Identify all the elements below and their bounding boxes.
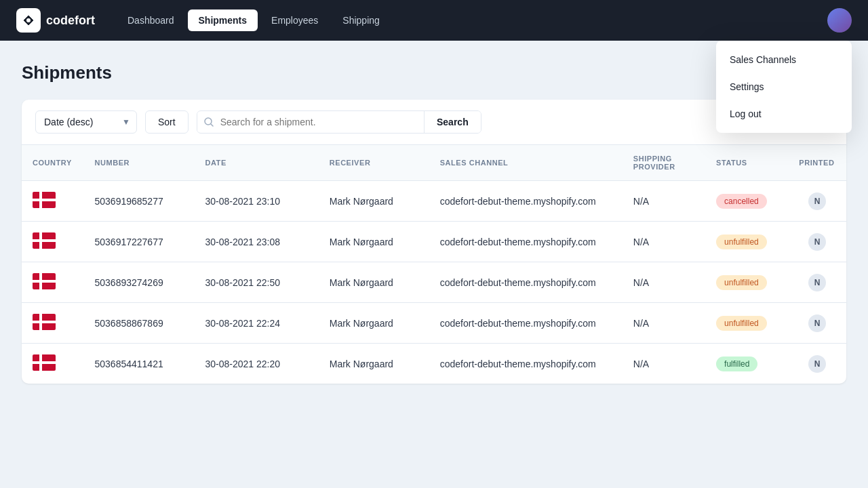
status-badge: cancelled (716, 194, 767, 209)
shipments-table: COUNTRY NUMBER DATE RECEIVER SALES CHANN… (22, 145, 846, 384)
flag-dk-icon (33, 273, 56, 289)
row-0-status: cancelled (705, 181, 788, 222)
col-header-receiver: RECEIVER (319, 145, 429, 181)
search-icon (197, 112, 220, 132)
row-1-receiver: Mark Nørgaard (319, 222, 429, 262)
row-1-country (22, 222, 84, 262)
dropdown-sales-channels[interactable]: Sales Channels (716, 46, 852, 73)
nav-shipments[interactable]: Shipments (188, 9, 258, 31)
sort-button[interactable]: Sort (145, 110, 189, 134)
row-4-shipping-provider: N/A (623, 344, 705, 384)
row-3-number: 5036858867869 (84, 303, 195, 344)
svg-rect-14 (33, 321, 56, 323)
table-row[interactable]: 503691968527730-08-2021 23:10Mark Nørgaa… (22, 181, 846, 222)
shipments-table-container: Date (desc) Date (asc) Number (desc) Num… (22, 100, 846, 384)
row-1-number: 5036917227677 (84, 222, 195, 262)
flag-dk-icon (33, 354, 56, 371)
row-0-number: 5036919685277 (84, 181, 195, 222)
row-1-date: 30-08-2021 23:08 (194, 222, 318, 262)
row-3-date: 30-08-2021 22:24 (194, 303, 318, 344)
dropdown-settings[interactable]: Settings (716, 73, 852, 100)
avatar-image (827, 8, 852, 33)
row-2-sales-channel: codefort-debut-theme.myshopify.com (429, 262, 623, 303)
nav-employees[interactable]: Employees (260, 9, 329, 31)
row-2-date: 30-08-2021 22:50 (194, 262, 318, 303)
svg-rect-5 (33, 199, 56, 201)
row-0-shipping-provider: N/A (623, 181, 705, 222)
row-4-sales-channel: codefort-debut-theme.myshopify.com (429, 344, 623, 384)
status-badge: unfulfilled (716, 235, 767, 249)
row-4-date: 30-08-2021 22:20 (194, 344, 318, 384)
row-2-number: 5036893274269 (84, 262, 195, 303)
navbar: codefort Dashboard Shipments Employees S… (0, 0, 868, 41)
row-0-date: 30-08-2021 23:10 (194, 181, 318, 222)
row-1-printed: N (788, 222, 846, 262)
col-header-number: NUMBER (84, 145, 195, 181)
status-badge: fulfilled (716, 357, 757, 371)
row-2-status: unfulfilled (705, 262, 788, 303)
row-4-status: fulfilled (705, 344, 788, 384)
row-4-country (22, 344, 84, 384)
nav-dashboard[interactable]: Dashboard (117, 9, 185, 31)
row-4-receiver: Mark Nørgaard (319, 344, 429, 384)
printed-badge: N (808, 192, 826, 210)
status-badge: unfulfilled (716, 316, 767, 331)
flag-dk-icon (33, 232, 56, 249)
row-0-country (22, 181, 84, 222)
flag-dk-icon (33, 192, 56, 208)
table-header-row: COUNTRY NUMBER DATE RECEIVER SALES CHANN… (22, 145, 846, 181)
search-input[interactable] (220, 111, 424, 133)
table-body: 503691968527730-08-2021 23:10Mark Nørgaa… (22, 181, 846, 384)
row-3-printed: N (788, 303, 846, 344)
table-row[interactable]: 503685886786930-08-2021 22:24Mark Nørgaa… (22, 303, 846, 344)
row-1-status: unfulfilled (705, 222, 788, 262)
sort-select[interactable]: Date (desc) Date (asc) Number (desc) Num… (35, 110, 137, 134)
user-avatar[interactable] (827, 8, 852, 33)
user-dropdown-menu: Sales Channels Settings Log out (716, 41, 852, 133)
svg-rect-8 (33, 239, 56, 242)
navbar-nav: Dashboard Shipments Employees Shipping (117, 9, 827, 31)
row-2-country (22, 262, 84, 303)
row-2-shipping-provider: N/A (623, 262, 705, 303)
row-1-shipping-provider: N/A (623, 222, 705, 262)
table-row[interactable]: 503689327426930-08-2021 22:50Mark Nørgaa… (22, 262, 846, 303)
row-3-status: unfulfilled (705, 303, 788, 344)
svg-point-0 (26, 18, 31, 22)
sort-select-wrapper: Date (desc) Date (asc) Number (desc) Num… (35, 110, 137, 134)
row-4-number: 5036854411421 (84, 344, 195, 384)
svg-rect-17 (33, 361, 56, 364)
logo-icon (16, 8, 41, 33)
row-0-printed: N (788, 181, 846, 222)
row-0-sales-channel: codefort-debut-theme.myshopify.com (429, 181, 623, 222)
nav-shipping[interactable]: Shipping (332, 9, 391, 31)
row-2-receiver: Mark Nørgaard (319, 262, 429, 303)
svg-rect-11 (33, 280, 56, 283)
dropdown-logout[interactable]: Log out (716, 100, 852, 127)
row-2-printed: N (788, 262, 846, 303)
row-3-country (22, 303, 84, 344)
col-header-printed: PRINTED (788, 145, 846, 181)
row-3-sales-channel: codefort-debut-theme.myshopify.com (429, 303, 623, 344)
logo[interactable]: codefort (16, 8, 95, 33)
col-header-sales-channel: SALES CHANNEL (429, 145, 623, 181)
printed-badge: N (808, 314, 826, 332)
row-0-receiver: Mark Nørgaard (319, 181, 429, 222)
col-header-country: COUNTRY (22, 145, 84, 181)
col-header-shipping-provider: SHIPPINGPROVIDER (623, 145, 705, 181)
printed-badge: N (808, 355, 826, 373)
row-1-sales-channel: codefort-debut-theme.myshopify.com (429, 222, 623, 262)
status-badge: unfulfilled (716, 275, 767, 290)
col-header-status: STATUS (705, 145, 788, 181)
row-3-receiver: Mark Nørgaard (319, 303, 429, 344)
table-row[interactable]: 503685441142130-08-2021 22:20Mark Nørgaa… (22, 344, 846, 384)
search-button[interactable]: Search (424, 111, 481, 133)
col-header-date: DATE (194, 145, 318, 181)
row-3-shipping-provider: N/A (623, 303, 705, 344)
search-wrapper: Search (197, 110, 481, 134)
table-row[interactable]: 503691722767730-08-2021 23:08Mark Nørgaa… (22, 222, 846, 262)
flag-dk-icon (33, 314, 56, 330)
printed-badge: N (808, 274, 826, 291)
row-4-printed: N (788, 344, 846, 384)
logo-text: codefort (46, 14, 95, 28)
svg-line-2 (211, 124, 213, 126)
